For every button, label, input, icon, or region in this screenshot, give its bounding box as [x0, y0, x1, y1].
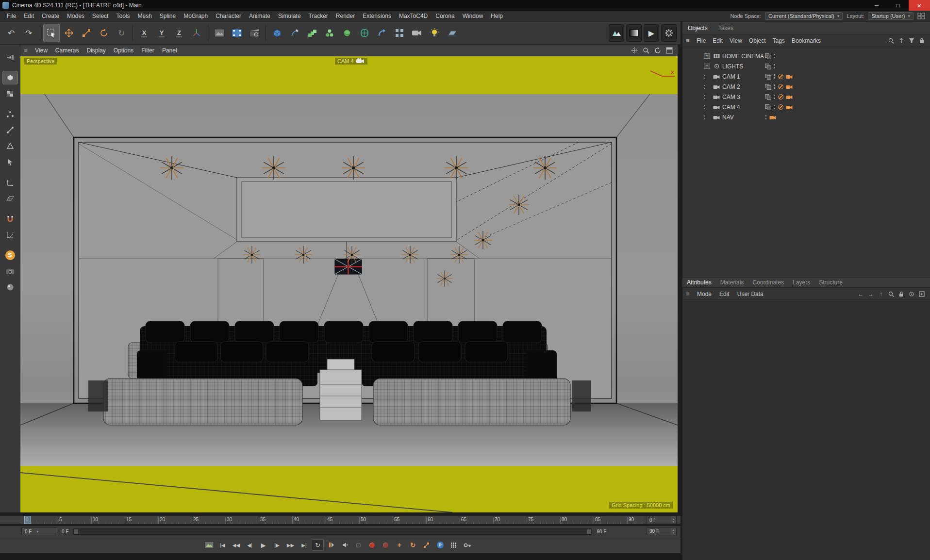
preview-triangles-button[interactable]	[609, 24, 624, 42]
range-end-field[interactable]: 90 F ▲▼	[647, 527, 677, 535]
visibility-dots-icon[interactable]	[774, 74, 776, 79]
zoom-view-icon[interactable]	[642, 46, 650, 55]
goto-start-button[interactable]: |◀	[216, 539, 229, 551]
menu-item[interactable]: Render	[332, 11, 359, 22]
record-rotation-toggle[interactable]: ↻	[407, 539, 419, 551]
toggle-view-icon[interactable]	[665, 46, 674, 55]
last-tool-button[interactable]: ↻	[113, 24, 130, 42]
target-icon[interactable]	[908, 291, 915, 297]
layout-select[interactable]: Startup (User) ▾	[868, 12, 913, 20]
add-camera-button[interactable]	[409, 24, 425, 42]
viewport-menu-item[interactable]: Options	[110, 45, 137, 56]
pan-view-icon[interactable]	[630, 46, 639, 55]
tab-coordinates[interactable]: Coordinates	[748, 277, 788, 288]
mograph-effector-button[interactable]	[321, 24, 338, 42]
lock-icon[interactable]	[898, 291, 905, 297]
layer-toggle-icon[interactable]	[765, 74, 771, 79]
layer-toggle-icon[interactable]	[765, 84, 771, 89]
menu-item[interactable]: Tracker	[305, 11, 332, 22]
subdivision-surface-button[interactable]	[356, 24, 373, 42]
coordinate-system-button[interactable]	[188, 24, 205, 42]
scale-tool-button[interactable]	[78, 24, 95, 42]
stepper-icons[interactable]: ▲▼	[671, 527, 676, 535]
object-toggles[interactable]	[765, 53, 776, 59]
attr-menu-edit[interactable]: Edit	[715, 288, 733, 300]
object-row-cam2[interactable]: CAM 2	[682, 82, 930, 92]
snap-button[interactable]	[2, 212, 18, 226]
object-menu-item[interactable]: Edit	[709, 34, 726, 47]
array-button[interactable]	[391, 24, 408, 42]
object-toggles[interactable]	[765, 74, 793, 79]
expand-icon[interactable]: +	[704, 53, 710, 59]
attr-menu-userdata[interactable]: User Data	[733, 288, 767, 300]
object-toggles[interactable]	[765, 104, 793, 110]
path-icon[interactable]	[898, 37, 905, 44]
s-plugin-button[interactable]: S	[2, 248, 18, 262]
menu-item[interactable]: Corona	[432, 11, 458, 22]
menu-item[interactable]: MoGraph	[180, 11, 212, 22]
lock-x-button[interactable]: X	[136, 24, 152, 42]
texture-mode-button[interactable]	[2, 87, 18, 100]
visibility-dots-icon[interactable]	[774, 94, 776, 99]
panel-menu-icon[interactable]: ≡	[20, 47, 31, 54]
playback-options-button[interactable]	[325, 539, 337, 551]
viewport-menu-item[interactable]: View	[31, 45, 51, 56]
render-picture-viewer-button[interactable]	[229, 24, 245, 42]
undo-button[interactable]: ↶	[3, 24, 19, 42]
camera-tag-icon[interactable]	[786, 105, 793, 110]
protection-tag-icon[interactable]	[778, 104, 783, 110]
mograph-cloner-button[interactable]	[304, 24, 320, 42]
next-key-button[interactable]: ▶▶	[284, 539, 297, 551]
object-row-nav[interactable]: NAV	[682, 112, 930, 122]
settings-gear-button[interactable]	[661, 24, 677, 42]
protection-tag-icon[interactable]	[778, 94, 783, 99]
tab-takes[interactable]: Takes	[713, 22, 739, 34]
object-row-cam1[interactable]: CAM 1	[682, 71, 930, 82]
menu-item[interactable]: Window	[459, 11, 487, 22]
menu-item[interactable]: Help	[487, 11, 507, 22]
capture-button[interactable]	[2, 264, 18, 278]
object-toggles[interactable]	[765, 84, 793, 89]
viewport-menu-item[interactable]: Filter	[137, 45, 158, 56]
edge-mode-button[interactable]	[2, 123, 18, 137]
history-back-icon[interactable]: ←	[857, 291, 864, 297]
visibility-dots-icon[interactable]	[774, 64, 776, 69]
view-label[interactable]: Perspective	[24, 58, 57, 65]
object-row-home-cinema[interactable]: + HOME CINEMA	[682, 51, 930, 61]
current-frame-field[interactable]: 0 F ▲▼	[647, 516, 677, 524]
menu-item[interactable]: Tools	[112, 11, 133, 22]
object-row-cam4[interactable]: CAM 4	[682, 102, 930, 112]
menu-item[interactable]: MaxToC4D	[395, 11, 432, 22]
object-menu-item[interactable]: Tags	[769, 34, 788, 47]
object-menu-item[interactable]: Object	[746, 34, 769, 47]
object-menu-item[interactable]: View	[726, 34, 746, 47]
menu-item[interactable]: Simulate	[274, 11, 305, 22]
set-keyframe-button[interactable]	[461, 539, 473, 551]
attr-menu-mode[interactable]: Mode	[693, 288, 715, 300]
record-position-toggle[interactable]: +	[393, 539, 405, 551]
point-mode-button[interactable]	[2, 107, 18, 121]
keyframe-selection-button[interactable]: ∅	[352, 539, 365, 551]
protection-tag-icon[interactable]	[778, 74, 783, 79]
workplane-button[interactable]	[2, 192, 18, 205]
timeline-ruler[interactable]: 051015202530354045505560657075808590	[20, 516, 644, 524]
menu-item[interactable]: Modes	[63, 11, 88, 22]
visibility-dots-icon[interactable]	[774, 104, 776, 110]
object-menu-item[interactable]: File	[693, 34, 709, 47]
gradient-button[interactable]	[626, 24, 642, 42]
lock-z-button[interactable]: Z	[171, 24, 187, 42]
panel-menu-icon[interactable]: ≡	[682, 37, 693, 44]
search-icon[interactable]	[888, 37, 895, 44]
add-primitive-button[interactable]	[269, 24, 285, 42]
lock-y-button[interactable]: Y	[153, 24, 170, 42]
add-floor-button[interactable]	[444, 24, 460, 42]
orbit-view-icon[interactable]	[653, 46, 662, 55]
polygon-mode-button[interactable]	[2, 139, 18, 153]
goto-end-button[interactable]: ▶|	[298, 539, 310, 551]
redo-button[interactable]: ↷	[20, 24, 37, 42]
viewport-menu-item[interactable]: Panel	[158, 45, 181, 56]
model-mode-button[interactable]	[2, 71, 18, 84]
panel-menu-icon[interactable]: ≡	[682, 290, 693, 297]
maximize-button[interactable]: □	[887, 0, 909, 11]
make-editable-button[interactable]	[2, 50, 18, 64]
